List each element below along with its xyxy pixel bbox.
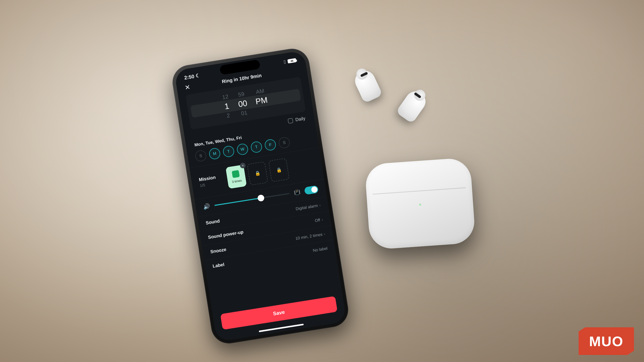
save-button[interactable]: Save [220,296,338,330]
label-title: Label [212,262,225,269]
volume-icon: 🔊 [203,203,211,210]
day-chip[interactable]: F [264,139,276,151]
wifi-icon: 􀙇 [284,59,286,65]
mission-type-icon [232,170,240,178]
label-value: No label [312,246,328,253]
sound-powerup-title: Sound power-up [208,229,244,240]
day-chip[interactable]: T [222,145,235,158]
day-chip[interactable]: W [236,143,249,156]
mission-slot-locked[interactable]: 🔒 [268,158,290,182]
mission-caption: 3 times [232,179,242,184]
battery-icon: 45 [287,58,296,63]
status-time: 2:50 ☾ [184,72,201,81]
snooze-title: Snooze [210,247,227,255]
chevron-right-icon: › [319,203,321,208]
sound-value: Digital alarm [295,203,318,211]
home-indicator[interactable] [259,324,304,332]
mission-slot-locked[interactable]: 🔒 [247,161,268,186]
day-chip[interactable]: T [250,141,263,153]
moon-icon: ☾ [195,73,200,79]
earbuds-case [365,157,476,250]
snooze-value: 10 min, 2 times [295,232,323,241]
vibrate-icon: 📳 [294,189,301,196]
brand-badge: MUO [579,327,634,355]
day-chip[interactable]: S [278,136,291,149]
sound-title: Sound [206,218,220,226]
lock-icon: 🔒 [276,167,282,173]
lock-icon: 🔒 [254,170,261,176]
remove-mission-icon[interactable]: × [240,162,246,169]
day-chip[interactable]: S [194,150,207,162]
chevron-right-icon: › [321,217,323,222]
close-icon[interactable]: ✕ [184,83,191,92]
day-chip[interactable]: M [208,147,221,160]
case-led [419,204,421,206]
slider-thumb[interactable] [257,194,265,202]
sound-powerup-value: Off [314,218,320,223]
daily-label: Daily [295,116,306,122]
chevron-right-icon: › [324,232,326,236]
vibrate-toggle[interactable] [304,185,319,195]
daily-checkbox[interactable] [288,118,293,124]
mission-slot-active[interactable]: × 3 times [226,165,247,189]
